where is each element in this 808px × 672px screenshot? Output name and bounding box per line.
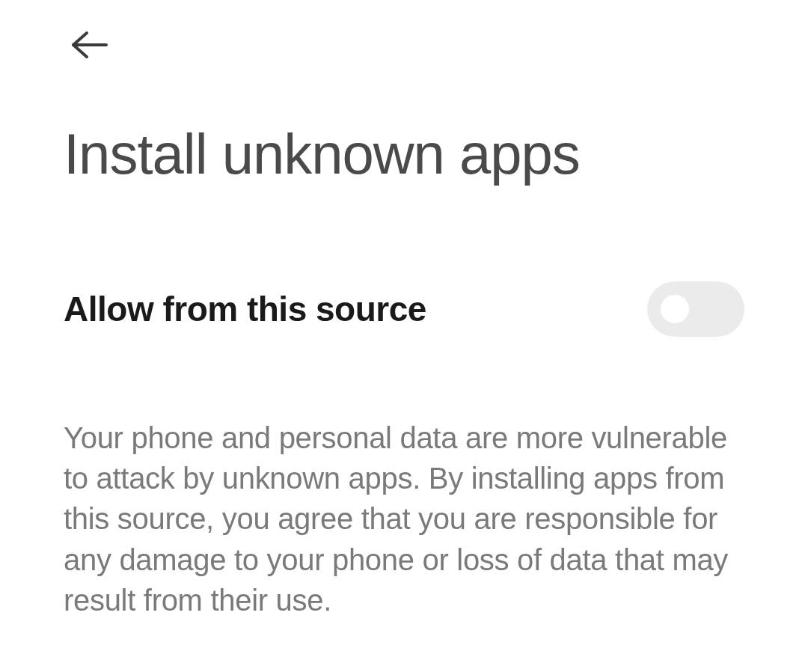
allow-source-label: Allow from this source	[64, 289, 426, 329]
back-button[interactable]	[67, 22, 112, 67]
warning-description: Your phone and personal data are more vu…	[64, 418, 744, 621]
toggle-thumb	[661, 295, 689, 323]
allow-source-toggle[interactable]	[647, 281, 744, 337]
allow-source-setting[interactable]: Allow from this source	[64, 281, 744, 337]
page-title: Install unknown apps	[64, 123, 744, 186]
back-arrow-icon	[70, 30, 109, 60]
